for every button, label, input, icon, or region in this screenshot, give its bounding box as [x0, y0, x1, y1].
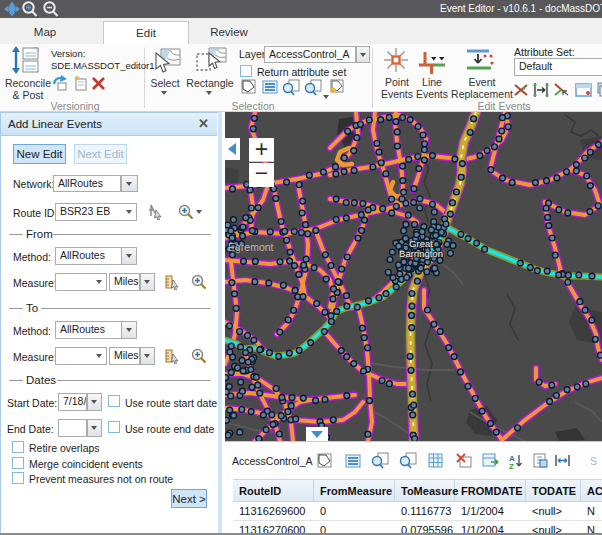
svg-text:Egremont: Egremont — [228, 241, 274, 253]
svg-text:Z: Z — [509, 462, 514, 471]
svg-text:Barrington: Barrington — [399, 248, 443, 259]
